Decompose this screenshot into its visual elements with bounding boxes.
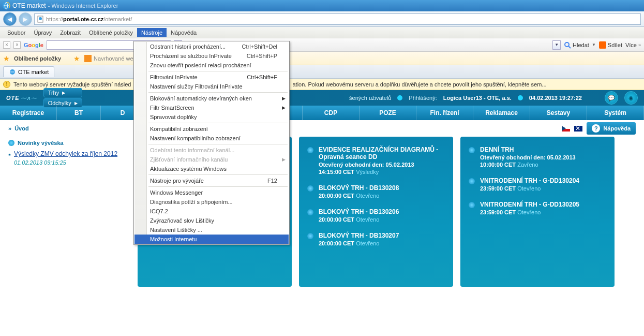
- address-url: https://portal.ote-cr.cz/otemarket/: [46, 16, 132, 22]
- bullet-icon: [469, 202, 475, 208]
- star-icon-2: ★: [73, 54, 80, 63]
- ote-menu-bt[interactable]: BT: [57, 106, 101, 120]
- browser-tab[interactable]: OTE market: [3, 66, 54, 77]
- toolbar-close-button[interactable]: ×: [3, 41, 10, 49]
- menu-item[interactable]: Kompatibilní zobrazení: [134, 124, 289, 134]
- iemenu-zobrazit[interactable]: Zobrazit: [56, 28, 85, 37]
- news-column: Novinky vývěska ▪ Výsledky ZMV odchylek …: [8, 137, 130, 166]
- ote-menu-registrace[interactable]: Registrace: [0, 106, 57, 120]
- forward-button[interactable]: ►: [19, 12, 32, 26]
- ote-app: OTE⁓ᴧ⁓ Trhy▶ Odchylky▶ šených uživatelů …: [0, 90, 644, 302]
- menu-item[interactable]: ICQ7.2: [134, 207, 289, 216]
- help-icon: ?: [592, 124, 600, 133]
- panel-row: EVIDENCE REALIZAČNÍCH DIAGRAMŮ - Opravná…: [307, 146, 445, 175]
- ote-content: » Úvod ? Nápověda Novinky vývěska ▪: [0, 120, 644, 302]
- panel-row: DENNÍ TRHOtevřený obchodní den: 05.02.20…: [469, 146, 606, 168]
- pill-trhy[interactable]: Trhy▶: [43, 88, 82, 97]
- toolbar-close-button-2[interactable]: ×: [13, 41, 21, 49]
- toolbar-share-button[interactable]: Sdílet: [599, 41, 622, 49]
- panel-row: BLOKOVÝ TRH - DB13020820:00:00 CET Otevř…: [307, 184, 445, 199]
- users-label: šených uživatelů: [349, 95, 391, 101]
- panel-row: BLOKOVÝ TRH - DB13020720:00:00 CET Otevř…: [307, 232, 445, 246]
- menu-item: Odebírat tento informační kanál...: [134, 145, 289, 155]
- panel-row: VNITRODENNÍ TRH - G-DD13020523:59:00 CET…: [469, 201, 606, 215]
- ote-menu-fin. řízení[interactable]: Fin. řízení: [416, 106, 473, 120]
- menu-item[interactable]: Aktualizace systému Windows: [134, 164, 289, 173]
- menu-item[interactable]: Diagnostika potíží s připojením...: [134, 197, 289, 207]
- bullet-icon: [307, 233, 313, 239]
- security-infobar[interactable]: ! Tento webový server vyžaduje spuštění …: [0, 79, 644, 90]
- menu-item[interactable]: Nastavení Lištičky ...: [134, 225, 289, 235]
- page-icon: [9, 68, 16, 76]
- iemenu-soubor[interactable]: Soubor: [3, 28, 29, 37]
- menu-item: Zjišťování informačního kanálu▶: [134, 155, 289, 164]
- google-toolbar: × × Google ▼ ▼ Hledat▼ Sdílet Více »: [0, 38, 644, 52]
- flag-uk-icon[interactable]: [574, 126, 582, 132]
- panel-row: VNITRODENNÍ TRH - G-DD13020423:59:00 CET…: [469, 177, 606, 192]
- infobar-text-left: Tento webový server vyžaduje spuštění ná…: [13, 81, 131, 87]
- ote-menu-sestavy[interactable]: Sestavy: [530, 106, 587, 120]
- menu-item[interactable]: Znovu otevřít poslední relaci procházení: [134, 61, 289, 70]
- ote-topbar: OTE⁓ᴧ⁓ Trhy▶ Odchylky▶ šených uživatelů …: [0, 90, 644, 106]
- warning-icon: !: [3, 81, 10, 88]
- suggested-sites[interactable]: Navrhované weby: [84, 55, 139, 62]
- menu-item[interactable]: Blokování automaticky otevíraných oken▶: [134, 94, 289, 103]
- status-dot: [518, 95, 523, 100]
- menu-item[interactable]: Nastavení kompatibilního zobrazení: [134, 134, 289, 143]
- bullet-icon: [469, 147, 475, 153]
- notify-button[interactable]: ◉: [624, 91, 638, 105]
- window-title: OTE market: [12, 2, 46, 9]
- flag-cz-icon[interactable]: [562, 126, 570, 132]
- google-logo: Google: [24, 42, 43, 48]
- menu-item[interactable]: Odstranit historii procházení...Ctrl+Shi…: [134, 42, 289, 51]
- svg-line-5: [568, 46, 571, 48]
- iemenu-nápověda[interactable]: Nápověda: [167, 28, 201, 37]
- news-link[interactable]: Výsledky ZMV odchylek za říjen 2012: [14, 150, 117, 157]
- menu-item[interactable]: Filtrování InPrivateCtrl+Shift+F: [134, 72, 289, 82]
- panel-3: DENNÍ TRHOtevřený obchodní den: 05.02.20…: [460, 137, 615, 287]
- panels: Novinky vývěska ▪ Výsledky ZMV odchylek …: [8, 137, 636, 287]
- page-icon: [37, 16, 44, 23]
- svg-point-3: [39, 17, 42, 20]
- ie-menubar: SouborÚpravyZobrazitOblíbené položkyNást…: [0, 27, 644, 38]
- menu-item[interactable]: Procházení se službou InPrivateCtrl+Shif…: [134, 51, 289, 61]
- favorites-label[interactable]: Oblíbené položky: [14, 55, 61, 62]
- menu-item[interactable]: Možnosti Internetu: [134, 235, 289, 244]
- bullet-icon: [307, 147, 313, 153]
- suggested-icon: [84, 55, 92, 62]
- menu-item[interactable]: Windows Messenger: [134, 188, 289, 197]
- window-titlebar: OTE market - Windows Internet Explorer: [0, 0, 644, 11]
- menu-item[interactable]: Nastavení služby Filtrování InPrivate: [134, 82, 289, 91]
- chat-button[interactable]: 💬: [605, 91, 618, 105]
- iemenu-nástroje[interactable]: Nástroje: [137, 28, 167, 37]
- menu-item[interactable]: Spravovat doplňky: [134, 112, 289, 122]
- menu-item[interactable]: Nástroje pro vývojářeF12: [134, 176, 289, 185]
- logged-value: Logica User13 - OTE, a.s.: [443, 95, 512, 101]
- tools-dropdown: Odstranit historii procházení...Ctrl+Shi…: [133, 41, 290, 245]
- ote-logo: OTE⁓ᴧ⁓: [6, 95, 37, 101]
- iemenu-úpravy[interactable]: Úpravy: [29, 28, 56, 37]
- status-dot: [397, 95, 402, 100]
- ote-menu-cdp[interactable]: CDP: [303, 106, 360, 120]
- breadcrumb[interactable]: Úvod: [14, 125, 29, 132]
- menu-item[interactable]: Filtr SmartScreen▶: [134, 103, 289, 112]
- panel-2: EVIDENCE REALIZAČNÍCH DIAGRAMŮ - Opravná…: [299, 137, 453, 287]
- ote-menu-reklamace[interactable]: Reklamace: [473, 106, 530, 120]
- help-button[interactable]: ? Nápověda: [587, 122, 636, 135]
- iemenu-oblíbené položky[interactable]: Oblíbené položky: [85, 28, 137, 37]
- svg-point-4: [565, 42, 569, 47]
- back-button[interactable]: ◄: [3, 12, 17, 26]
- news-header: Novinky vývěska: [8, 140, 130, 146]
- toolbar-search-button[interactable]: Hledat▼: [564, 41, 596, 49]
- ote-menu-poze[interactable]: POZE: [360, 106, 416, 120]
- toolbar-dropdown[interactable]: ▼: [552, 40, 561, 50]
- star-icon[interactable]: ★: [3, 54, 10, 63]
- ote-main-menu: RegistraceBTDCDSCDPPOZEFin. řízeníReklam…: [0, 106, 644, 120]
- bullet-icon: [307, 185, 313, 192]
- browser-tabbar: OTE market: [0, 65, 644, 79]
- address-bar[interactable]: https://portal.ote-cr.cz/otemarket/: [34, 13, 641, 25]
- share-icon: [599, 41, 606, 49]
- toolbar-more-button[interactable]: Více »: [625, 42, 641, 48]
- ote-menu-systém[interactable]: Systém: [587, 106, 644, 120]
- menu-item[interactable]: Zvýrazňovač slov Lištičky: [134, 216, 289, 225]
